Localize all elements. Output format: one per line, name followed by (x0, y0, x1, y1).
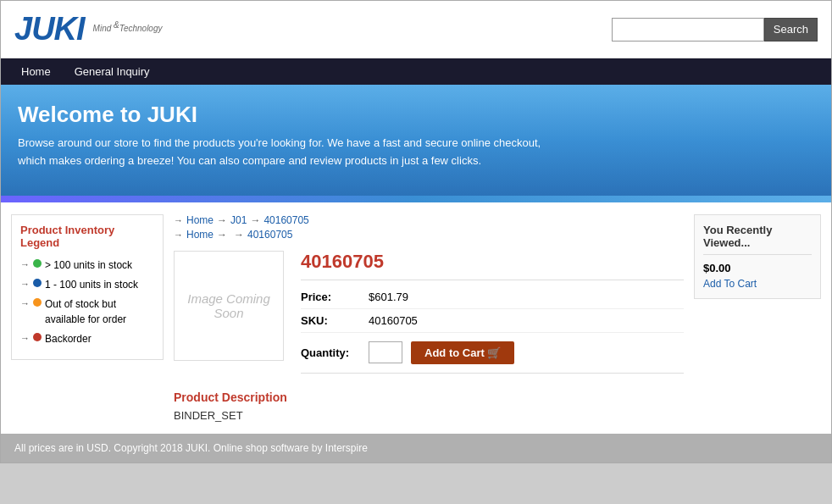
sku-value: 40160705 (369, 314, 418, 327)
description-text: BINDER_SET (174, 409, 684, 422)
bc-sep-2: → (250, 214, 260, 226)
quantity-input[interactable] (369, 341, 402, 363)
search-input[interactable] (612, 18, 764, 42)
product-details: 40160705 Price: $601.79 SKU: 40160705 Qu… (301, 251, 684, 374)
right-sidebar: You Recently Viewed... $0.00 Add To Cart (694, 214, 821, 299)
quantity-label: Quantity: (301, 346, 369, 359)
legend-arrow-3: → (20, 296, 30, 312)
product-id: 40160705 (301, 251, 684, 280)
quantity-row: Quantity: Add to Cart 🛒 (301, 341, 684, 374)
banner-accent (1, 196, 831, 202)
price-value: $601.79 (369, 291, 408, 303)
breadcrumbs: → Home → J01 → 40160705 → Home → → 40160… (174, 214, 684, 241)
legend-text-3: Out of stock but available for order (45, 296, 154, 327)
nav-item-home[interactable]: Home (9, 58, 63, 85)
product-description-section: Product Description BINDER_SET (174, 390, 684, 422)
recently-price: $0.00 (703, 262, 812, 274)
legend-text-1: > 100 units in stock (45, 258, 132, 273)
price-label: Price: (301, 291, 369, 303)
center-content: → Home → J01 → 40160705 → Home → → 40160… (174, 214, 684, 422)
welcome-title: Welcome to JUKI (18, 102, 814, 128)
left-sidebar: Product Inventory Legend → > 100 units i… (11, 214, 164, 360)
legend-item-2: → 1 - 100 units in stock (20, 277, 154, 292)
bc-arrow-2: → (174, 230, 183, 240)
footer-text: All prices are in USD. Copyright 2018 JU… (14, 442, 368, 454)
bc-arrow-1: → (174, 215, 183, 225)
legend-item-4: → Backorder (20, 331, 154, 346)
legend-arrow-1: → (20, 258, 30, 273)
bc-sep-3: → (217, 229, 227, 241)
search-area: Search (612, 18, 818, 42)
welcome-text: Browse around our store to find the prod… (18, 135, 569, 170)
product-image: Image Coming Soon (174, 251, 284, 361)
bc-product-1[interactable]: 40160705 (263, 214, 308, 226)
legend-item-3: → Out of stock but available for order (20, 296, 154, 327)
sku-label: SKU: (301, 314, 369, 327)
legend-text-2: 1 - 100 units in stock (45, 277, 138, 292)
recently-viewed-title: You Recently Viewed... (703, 224, 812, 255)
bc-j01[interactable]: J01 (230, 214, 247, 226)
legend-title: Product Inventory Legend (20, 224, 154, 249)
legend-dot-green (33, 259, 42, 268)
main-content: Product Inventory Legend → > 100 units i… (1, 202, 831, 434)
legend-item-1: → > 100 units in stock (20, 258, 154, 273)
amp: & (114, 20, 119, 30)
legend-dot-orange (33, 298, 42, 307)
welcome-banner: Welcome to JUKI Browse around our store … (1, 85, 831, 196)
logo: JUKI (14, 11, 85, 47)
tagline-text: Mind &Technology (93, 24, 163, 33)
description-title: Product Description (174, 390, 684, 404)
breadcrumb-line-2: → Home → → 40160705 (174, 229, 684, 241)
breadcrumb-line-1: → Home → J01 → 40160705 (174, 214, 684, 226)
bc-home-2[interactable]: Home (186, 229, 214, 241)
bc-home-1[interactable]: Home (186, 214, 214, 226)
legend-text-4: Backorder (45, 331, 92, 346)
tagline: Mind &Technology (93, 20, 163, 39)
add-to-cart-button[interactable]: Add to Cart 🛒 (411, 341, 514, 364)
search-button[interactable]: Search (764, 18, 818, 42)
legend-dot-red (33, 333, 42, 341)
nav-bar: Home General Inquiry (1, 58, 831, 85)
bc-sep-1: → (217, 214, 227, 226)
recently-add-to-cart[interactable]: Add To Cart (703, 278, 757, 290)
footer: All prices are in USD. Copyright 2018 JU… (1, 434, 831, 462)
nav-item-general-inquiry[interactable]: General Inquiry (63, 58, 162, 85)
header: JUKI Mind &Technology Search (1, 1, 831, 58)
price-row: Price: $601.79 (301, 291, 684, 309)
bc-sep-4: → (234, 229, 244, 241)
bc-product-2[interactable]: 40160705 (247, 229, 292, 241)
legend-arrow-2: → (20, 277, 30, 292)
logo-area: JUKI Mind &Technology (14, 11, 162, 47)
sku-row: SKU: 40160705 (301, 314, 684, 333)
legend-arrow-4: → (20, 331, 30, 346)
product-area: Image Coming Soon 40160705 Price: $601.7… (174, 251, 684, 374)
legend-dot-blue (33, 279, 42, 287)
